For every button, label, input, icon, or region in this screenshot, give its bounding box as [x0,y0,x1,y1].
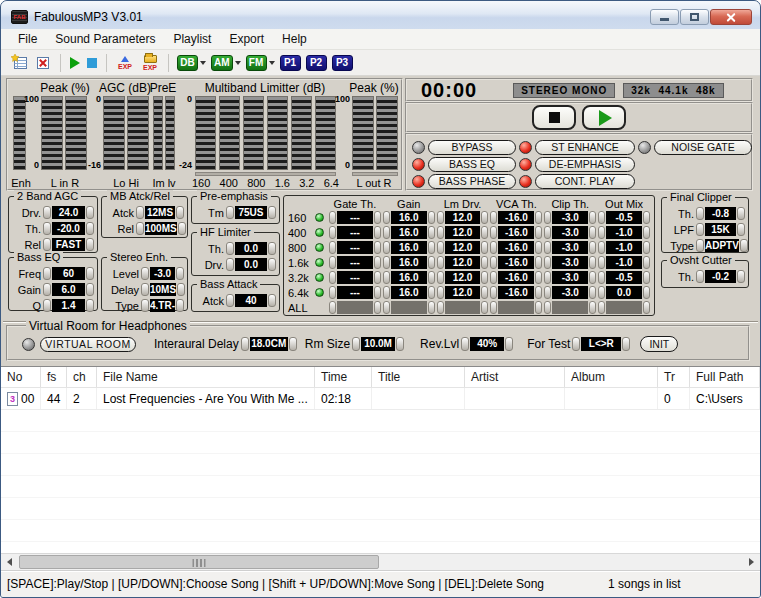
band-spinner[interactable]: --- [329,256,381,269]
band-spinner[interactable]: -3.0 [544,211,596,224]
col-album[interactable]: Album [565,367,658,387]
hf-th-spinner[interactable]: 0.0 [226,242,276,255]
band-all-spinner[interactable] [329,301,381,314]
bypass-button[interactable]: BYPASS [428,140,516,155]
de-emphasis-button[interactable]: DE-EMPHASIS [535,157,635,172]
band-spinner[interactable]: -16.0 [490,271,542,284]
delete-song-button[interactable] [34,54,52,72]
band-spinner[interactable]: -16.0 [490,286,542,299]
bass-phase-button[interactable]: BASS PHASE [428,174,516,189]
col-time[interactable]: Time [315,367,372,387]
maximize-button[interactable] [680,9,709,25]
close-button[interactable] [710,9,752,25]
col-no[interactable]: No [1,367,41,387]
stereo-level-spinner[interactable]: -3.0 [141,267,184,280]
band-spinner[interactable]: -1.0 [598,256,650,269]
band-spinner[interactable]: 16.0 [383,286,435,299]
band-spinner[interactable]: --- [329,241,381,254]
new-playlist-button[interactable] [9,53,29,72]
band-all-spinner[interactable] [437,301,489,314]
band-spinner[interactable]: 12.0 [437,286,489,299]
band-spinner[interactable]: -0.5 [598,271,650,284]
export-open-button[interactable]: EXP [140,55,160,71]
agc-rel-spinner[interactable]: FAST [43,238,94,251]
menu-file[interactable]: File [9,30,46,48]
band-spinner[interactable]: 12.0 [437,241,489,254]
col-full-path[interactable]: Full Path [690,367,760,387]
room-size-spinner[interactable]: 10.0M [352,337,404,351]
col-fs[interactable]: fs [41,367,67,387]
p1-preset-button[interactable]: P1 [280,55,301,71]
band-spinner[interactable]: -16.0 [490,226,542,239]
col-ch[interactable]: ch [67,367,97,387]
bass-eq-freq-spinner[interactable]: 60 [43,267,94,280]
band-spinner[interactable]: 16.0 [383,256,435,269]
scroll-right-button[interactable] [743,554,760,570]
agc-th-spinner[interactable]: -20.0 [43,222,94,235]
band-all-spinner[interactable] [598,301,650,314]
titlebar[interactable]: FAB FabulousMP3 V3.01 [1,1,760,29]
noise-gate-button[interactable]: NOISE GATE [654,140,752,155]
fm-dropdown-icon[interactable] [269,61,275,65]
am-dropdown-icon[interactable] [235,61,241,65]
bass-eq-q-spinner[interactable]: 1.4 [43,299,94,312]
for-test-spinner[interactable]: L<>R [572,337,630,351]
db-dropdown-icon[interactable] [200,61,206,65]
hf-drv-spinner[interactable]: 0.0 [226,258,276,271]
export-button[interactable]: EXP [115,56,135,70]
menu-help[interactable]: Help [273,30,316,48]
band-spinner[interactable]: --- [329,226,381,239]
band-spinner[interactable]: -1.0 [598,241,650,254]
interaural-delay-spinner[interactable]: 18.0CM [241,337,297,351]
agc-drv-spinner[interactable]: 24.0 [43,206,94,219]
scrollbar-thumb[interactable] [19,555,379,569]
band-all-spinner[interactable] [383,301,435,314]
minimize-button[interactable] [650,9,679,25]
col-artist[interactable]: Artist [465,367,565,387]
play-button[interactable] [582,105,626,130]
col-tr[interactable]: Tr [658,367,690,387]
band-spinner[interactable]: -3.0 [544,226,596,239]
reverb-level-spinner[interactable]: 40% [461,337,513,351]
db-preset-button[interactable]: DB [177,55,198,71]
menu-export[interactable]: Export [220,30,273,48]
band-spinner[interactable]: -16.0 [490,241,542,254]
menu-playlist[interactable]: Playlist [164,30,220,48]
band-spinner[interactable]: -1.0 [598,226,650,239]
band-spinner[interactable]: 12.0 [437,211,489,224]
band-spinner[interactable]: 12.0 [437,226,489,239]
band-spinner[interactable]: 12.0 [437,256,489,269]
bass-eq-gain-spinner[interactable]: 6.0 [43,283,94,296]
p3-preset-button[interactable]: P3 [332,55,353,71]
band-spinner[interactable]: 16.0 [383,226,435,239]
preemph-tm-spinner[interactable]: 75US [226,206,276,219]
band-spinner[interactable]: 16.0 [383,271,435,284]
cont-play-button[interactable]: CONT. PLAY [535,174,635,189]
init-button[interactable]: INIT [640,336,678,352]
final-clipper-type-spinner[interactable]: ADPTV [696,239,748,252]
ovsht-th-spinner[interactable]: -0.2 [696,270,745,283]
stereo-delay-spinner[interactable]: 10MS [141,283,185,296]
stop-toolbar-button[interactable] [86,57,98,69]
playlist-row[interactable]: 300 44 2 Lost Frequencies - Are You With… [1,388,760,410]
band-spinner[interactable]: -16.0 [490,256,542,269]
band-spinner[interactable]: -16.0 [490,211,542,224]
st-enhance-button[interactable]: ST ENHANCE [535,140,635,155]
band-all-spinner[interactable] [544,301,596,314]
menu-sound-parameters[interactable]: Sound Parameters [46,30,164,48]
play-toolbar-button[interactable] [69,56,81,70]
band-spinner[interactable]: 16.0 [383,211,435,224]
band-spinner[interactable]: --- [329,286,381,299]
band-all-spinner[interactable] [490,301,542,314]
stereo-type-spinner[interactable]: 4.TR- [141,299,184,312]
playlist-header[interactable]: No fs ch File Name Time Title Artist Alb… [1,367,760,388]
band-spinner[interactable]: -3.0 [544,241,596,254]
fm-preset-button[interactable]: FM [246,55,267,71]
am-preset-button[interactable]: AM [211,55,233,71]
scroll-left-button[interactable] [1,554,18,570]
horizontal-scrollbar[interactable] [1,553,760,570]
band-spinner[interactable]: -3.0 [544,271,596,284]
col-file-name[interactable]: File Name [97,367,315,387]
virtual-room-button[interactable]: VIRTUAL ROOM [40,337,136,352]
mb-atck-spinner[interactable]: 12MS [136,206,184,219]
